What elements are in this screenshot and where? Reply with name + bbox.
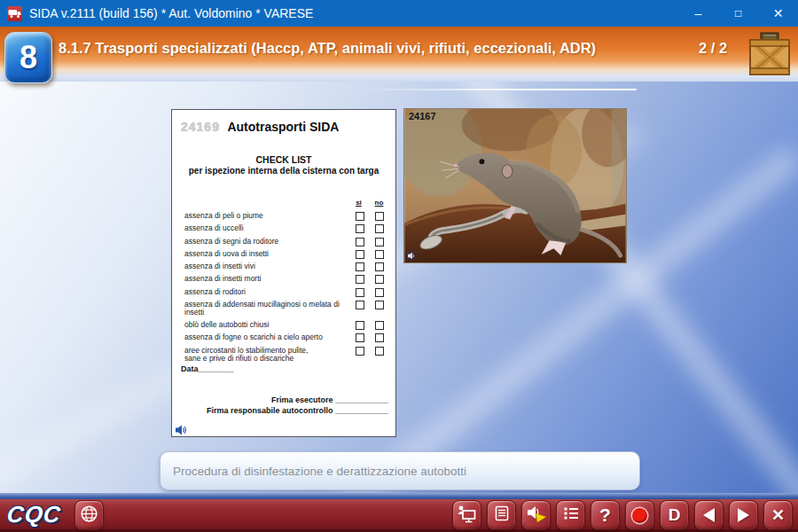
checkbox-si[interactable] [356,288,364,297]
checklist-item-label: oblò delle autobotti chiusi [181,321,356,329]
toolbar-button-group: ? D ✕ [452,500,793,530]
rat-photo-image [404,109,626,262]
toolbar-top-strip [0,493,798,499]
arrow-right-icon [738,508,749,522]
text-page-button[interactable] [487,500,516,530]
screen-presentation-button[interactable] [452,500,481,530]
checkbox-no[interactable] [375,250,384,259]
checklist-item-label: assenza di segni da roditore [181,238,356,246]
cqc-logo: CQC [5,501,62,528]
checklist-item-line2: sane e prive di rifiuti o discariche [184,355,356,363]
checklist-row: assenza di roditori [181,288,384,297]
checklist-rows: assenza di peli o piume assenza di uccel… [181,212,384,367]
checklist-item-label: assenza di insetti vivi [181,262,356,270]
checkbox-si[interactable] [356,250,364,259]
letter-d-icon: D [669,505,681,525]
checkbox-si[interactable] [356,275,364,284]
close-icon: ✕ [771,505,785,525]
checkbox-si[interactable] [356,212,364,221]
caption-box: Procedura di disinfestazione e derattizz… [160,451,640,490]
text-page-icon [493,505,511,526]
checklist-row: assenza di insetti vivi [181,262,384,271]
checkbox-si[interactable] [356,333,364,342]
checklist-row: aree circostanti lo stabilimento pulite,… [181,347,384,364]
minimize-button[interactable]: – [678,0,718,27]
lesson-title: 8.1.7 Trasporti specializzati (Haccp, AT… [59,40,596,57]
checklist-row: assenza di addensati mucillaginosi o mel… [181,301,384,317]
titlebar: SIDA v.2111 (build 156) * Aut. Voldomino… [0,0,798,27]
document-subtitle: per ispezione interna della cisterna con… [172,166,395,176]
checklist-row: assenza di segni da roditore [181,238,384,246]
checkbox-no[interactable] [375,224,384,233]
document-header: 24169 Autotrasporti SIDA [181,119,339,135]
signature-executor-label: Frima esecutore ____________ [271,395,388,404]
photo-code: 24167 [409,111,436,121]
checkbox-si[interactable] [356,224,364,233]
checklist-row: oblò delle autobotti chiusi [181,321,384,330]
checklist-row: assenza di uccelli [181,224,384,233]
chapter-number: 8 [20,39,37,76]
checklist-row: assenza di uova di insetti [181,250,384,259]
bottom-toolbar: CQC [0,499,798,532]
content-area: 24169 Autotrasporti SIDA CHECK LIST per … [0,82,798,493]
checkbox-no[interactable] [375,212,384,221]
crate-icon[interactable] [748,32,791,76]
screen-presentation-icon [457,505,477,527]
document-code: 24169 [181,120,220,134]
checkbox-column-headers: si no [181,199,384,207]
checkbox-no[interactable] [375,262,384,271]
checklist-item-label: assenza di uova di insetti [181,250,356,258]
checklist-item-label: aree circostanti lo stabilimento pulite,… [181,347,356,364]
speaker-icon[interactable] [176,423,187,434]
checklist-item-label: assenza di fogne o scarichi a cielo aper… [181,333,356,341]
checkbox-no[interactable] [375,301,384,309]
checklist-row: assenza di insetti morti [181,275,384,284]
date-field-label: Data________ [181,364,234,373]
question-mark-icon: ? [599,505,611,526]
checkbox-si[interactable] [356,262,364,271]
close-window-button[interactable]: ✕ [758,0,798,27]
checkbox-si[interactable] [356,347,364,356]
checkbox-no[interactable] [375,238,384,246]
window-controls: – □ ✕ [678,0,798,27]
audio-button[interactable] [521,500,551,530]
photo-speaker-icon[interactable] [406,251,417,261]
forward-button[interactable] [729,500,758,530]
globe-icon [80,505,98,527]
checklist-item-label: assenza di uccelli [181,224,356,232]
sida-truck-icon [7,6,22,21]
checkbox-si[interactable] [356,301,364,309]
dictionary-button[interactable]: D [660,500,689,530]
light-streak [355,89,637,90]
document-title: CHECK LIST [172,154,395,165]
app-window: SIDA v.2111 (build 156) * Aut. Voldomino… [0,0,798,532]
checkbox-si[interactable] [356,321,364,330]
checkbox-no[interactable] [375,275,384,284]
checklist-item-label: assenza di addensati mucillaginosi o mel… [181,301,356,317]
checklist-row: assenza di fogne o scarichi a cielo aper… [181,333,384,342]
rat-photo: 24167 [403,108,627,263]
help-button[interactable]: ? [591,500,620,530]
back-button[interactable] [694,500,724,530]
exit-button[interactable]: ✕ [763,500,793,530]
checklist-row: assenza di peli o piume [181,212,384,221]
page-indicator: 2 / 2 [699,40,727,57]
column-header-no: no [374,199,384,207]
checkbox-no[interactable] [375,321,384,330]
checkbox-no[interactable] [375,347,384,356]
checkbox-no[interactable] [375,333,384,342]
list-icon [562,505,580,525]
checkbox-no[interactable] [375,288,384,297]
window-title: SIDA v.2111 (build 156) * Aut. Voldomino… [29,6,313,20]
checklist-item-label: assenza di peli o piume [181,212,356,220]
globe-button[interactable] [74,500,104,530]
maximize-button[interactable]: □ [718,0,758,27]
signature-responsible-label: Firma responsabile autocontrollo _______… [207,406,388,415]
checkbox-si[interactable] [356,238,364,246]
caption-text: Procedura di disinfestazione e derattizz… [173,465,466,478]
index-list-button[interactable] [556,500,585,530]
chapter-badge: 8 [4,32,52,83]
document-org: Autotrasporti SIDA [227,120,339,134]
record-button[interactable] [625,500,654,530]
checklist-item-label: assenza di insetti morti [181,275,356,283]
